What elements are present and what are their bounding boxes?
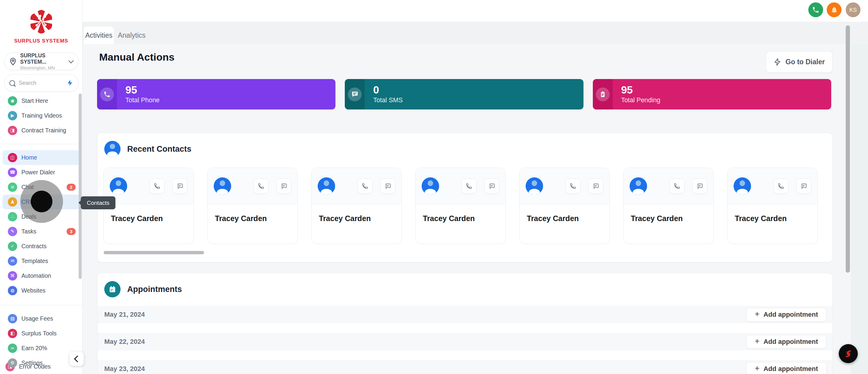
chat-bubble-icon <box>592 183 599 190</box>
sidebar-item[interactable]: ◉ Start Here <box>2 93 80 108</box>
sidebar-search[interactable]: Search <box>4 74 79 92</box>
sidebar-item[interactable]: ◧ Surplus Tools <box>2 326 80 341</box>
tab-analytics[interactable]: Analytics <box>116 27 148 44</box>
sidebar-collapse-button[interactable] <box>70 352 84 366</box>
contact-card[interactable]: Tracey Carden <box>207 168 298 244</box>
sidebar-item[interactable]: ◨ Contract Training <box>2 123 80 138</box>
contact-call-button[interactable] <box>461 178 476 194</box>
app-root: SURPLUS SYSTEMS SURPLUS SYSTEM... Bloomi… <box>0 0 868 374</box>
sidebar-item[interactable]: ✓ Contracts <box>2 239 80 254</box>
quick-actions-bolt-icon[interactable] <box>66 79 73 87</box>
contact-message-button[interactable] <box>796 178 811 194</box>
nav-item-icon: ◧ <box>8 329 17 338</box>
location-pin-icon <box>9 57 17 66</box>
sidebar-item[interactable]: ⌘ Automation <box>2 268 80 283</box>
contact-card[interactable]: Tracey Carden <box>415 168 506 244</box>
contact-call-button[interactable] <box>670 178 684 194</box>
phone-icon <box>569 183 576 190</box>
contact-message-button[interactable] <box>276 178 291 194</box>
nav-item-icon: ⌘ <box>8 271 17 281</box>
contact-avatar <box>214 177 231 195</box>
sms-icon <box>351 90 359 98</box>
appointment-day-row: May 21, 2024 + Add appointment <box>98 306 832 323</box>
contact-name: Tracey Carden <box>423 214 505 223</box>
chat-bubble-icon <box>801 183 807 190</box>
contact-card[interactable]: Tracey Carden <box>727 168 818 244</box>
contacts-horizontal-scrollbar[interactable] <box>104 251 204 254</box>
nav-item-icon: ◫ <box>8 153 17 162</box>
contact-message-button[interactable] <box>380 178 396 194</box>
surplus-chat-fab[interactable] <box>839 344 858 363</box>
recent-contacts-title: Recent Contacts <box>127 144 191 154</box>
location-switcher[interactable]: SURPLUS SYSTEM... Bloomington, MN <box>4 53 79 70</box>
tab-label: Analytics <box>118 31 146 39</box>
location-city: Bloomington, MN <box>20 65 69 70</box>
row-gap <box>98 323 832 333</box>
stat-label: Total Phone <box>125 96 160 104</box>
main-scrollbar[interactable] <box>846 25 850 272</box>
chat-bubble-icon <box>489 183 495 190</box>
phone-icon <box>154 183 160 190</box>
add-appointment-button[interactable]: + Add appointment <box>746 362 827 374</box>
nav-item-icon: ≡ <box>8 182 17 192</box>
appointments-list: May 21, 2024 + Add appointment May 22, 2… <box>98 306 832 374</box>
contact-message-button[interactable] <box>692 178 707 194</box>
sidebar-item[interactable]: ☎ Power Dialer <box>2 165 80 180</box>
appointments-section-icon <box>104 281 121 297</box>
sidebar-item[interactable]: ◫ Home <box>2 150 80 165</box>
nav-item-icon: ☎ <box>8 168 17 177</box>
contact-name: Tracey Carden <box>735 214 817 223</box>
avatar[interactable]: KS <box>846 2 861 17</box>
contact-call-button[interactable] <box>773 178 788 194</box>
divider <box>0 305 82 305</box>
sidebar-scrollbar[interactable] <box>79 93 82 279</box>
contact-avatar <box>734 177 751 195</box>
contact-card[interactable]: Tracey Carden <box>103 168 194 244</box>
contact-call-button[interactable] <box>358 178 373 194</box>
nav-item-icon: ✓ <box>8 241 17 251</box>
phone-icon <box>466 183 472 190</box>
stat-value: 95 <box>621 84 660 96</box>
contact-card[interactable]: Tracey Carden <box>519 168 610 244</box>
add-appointment-button[interactable]: + Add appointment <box>746 335 827 349</box>
sidebar-item[interactable]: ▨ Usage Fees <box>2 311 80 326</box>
sidebar-item[interactable]: ◍ Websites <box>2 283 80 298</box>
sidebar-item[interactable]: ▶ Training Videos <box>2 108 80 123</box>
sidebar-item[interactable]: ✎ Tasks 3 <box>2 224 80 239</box>
sidebar-item[interactable]: ⚙ Settings <box>2 355 80 370</box>
nav-item-icon: ✉ <box>8 256 17 266</box>
page-title: Manual Actions <box>99 51 175 63</box>
add-appointment-button[interactable]: + Add appointment <box>746 308 827 321</box>
contact-call-button[interactable] <box>253 178 269 194</box>
contact-message-button[interactable] <box>173 178 187 194</box>
go-to-dialer-button[interactable]: Go to Dialer <box>766 51 832 73</box>
contact-call-button[interactable] <box>150 178 164 194</box>
contact-message-button[interactable] <box>484 178 499 194</box>
crm-tooltip: Contacts <box>81 196 116 209</box>
right-gutter <box>851 44 868 374</box>
nav-item-icon: ∞ <box>8 344 17 353</box>
stat-value: 0 <box>373 84 403 96</box>
contact-name: Tracey Carden <box>631 214 713 223</box>
tab-activities[interactable]: Activities <box>84 27 114 44</box>
brand-logo: SURPLUS SYSTEMS <box>0 8 82 44</box>
nav-item-icon: ◉ <box>8 96 17 106</box>
contact-card[interactable]: Tracey Carden <box>311 168 402 244</box>
search-placeholder: Search <box>19 80 36 86</box>
contact-name: Tracey Carden <box>527 214 610 223</box>
contact-message-button[interactable] <box>588 178 603 194</box>
notifications-button[interactable] <box>827 2 841 17</box>
sidebar-item[interactable]: ∞ Earn 20% <box>2 341 80 355</box>
stats-row: 95 Total Phone <box>97 79 831 110</box>
nav-item-label: Earn 20% <box>22 345 47 352</box>
tabstrip: Activities Analytics <box>82 22 868 44</box>
contacts-section-icon <box>104 141 121 157</box>
calendar-icon <box>108 285 117 293</box>
appointment-day-row: May 22, 2024 + Add appointment <box>98 333 832 350</box>
call-button[interactable] <box>808 2 823 17</box>
contact-card[interactable]: Tracey Carden <box>623 168 714 244</box>
appointment-date: May 23, 2024 <box>104 365 145 373</box>
sidebar-item[interactable]: ✉ Templates <box>2 254 80 268</box>
nav-item-label: Settings <box>22 359 42 367</box>
contact-call-button[interactable] <box>565 178 581 194</box>
